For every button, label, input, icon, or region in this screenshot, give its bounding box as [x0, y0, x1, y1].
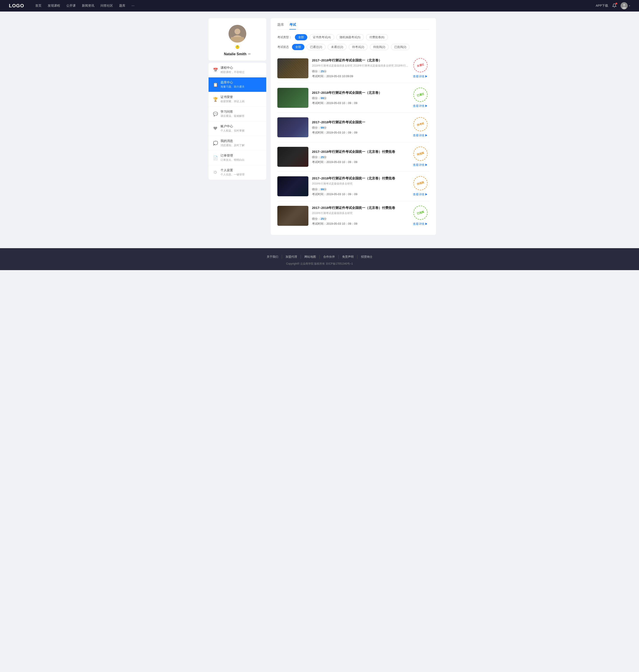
view-detail-3[interactable]: 查看详情 ▶: [413, 133, 428, 138]
panel-tabs: 题库 考试: [277, 22, 429, 30]
sidebar-item-course[interactable]: 📅 课程中心 精彩课程，不容错过: [208, 63, 266, 77]
arrow-right-icon: ▶: [425, 163, 428, 167]
exam-info-5: 2017–2018年行测证件考试全国统一（北京卷）付费批卷 2018年行测考试是…: [312, 176, 408, 196]
filter-status-reviewed[interactable]: 已批阅(2): [391, 44, 410, 50]
footer-link-partner[interactable]: 合作伙伴: [320, 255, 339, 259]
course-icon: 📅: [213, 68, 218, 73]
view-detail-5[interactable]: 查看详情 ▶: [413, 192, 428, 196]
app-download-button[interactable]: APP下载: [596, 4, 608, 8]
exam-stamp-2: 已通过: [412, 86, 429, 103]
score-unit-1: 分: [324, 70, 327, 73]
achievement-badge: 🏅: [235, 44, 240, 50]
settings-icon: ⚙: [213, 170, 218, 175]
nav-courses[interactable]: 发现课程: [48, 4, 60, 8]
exam-status-wrap-5: 待批阅 查看详情 ▶: [411, 176, 429, 196]
username-row: Natalie Smith ✏: [213, 52, 262, 56]
exam-time-4: 考试时间：2019-05-03 10：09：09: [312, 160, 408, 164]
time-label-3: 考试时间：: [312, 131, 326, 134]
exam-time-6: 考试时间：2019-05-03 10：09：09: [312, 222, 408, 226]
arrow-right-icon: ▶: [425, 222, 428, 226]
arrow-right-icon: ▶: [425, 133, 428, 138]
exam-score-2: 得分：99分: [312, 96, 408, 100]
time-label-6: 考试时间：: [312, 222, 326, 225]
score-label-6: 得分：: [312, 217, 321, 221]
score-label-4: 得分：: [312, 156, 321, 159]
filter-status-reviewing[interactable]: 待批阅(2): [370, 44, 389, 50]
user-avatar-menu[interactable]: ▾: [621, 2, 630, 9]
sidebar-item-question-bank[interactable]: 📋 题库中心 海量习题、助力通关: [208, 77, 266, 92]
sidebar-item-messages[interactable]: 💭 我的消息 消息通知、及时了解: [208, 136, 266, 150]
nav-open-course[interactable]: 公开课: [66, 4, 76, 8]
footer-links: 关于我们 加盟代理 网站地图 合作伙伴 免责声明 招贤纳士: [0, 255, 639, 259]
avatar-image: [621, 2, 628, 9]
view-detail-6[interactable]: 查看详情 ▶: [413, 222, 428, 226]
nav-home[interactable]: 首页: [35, 4, 42, 8]
score-value-2: 99: [321, 96, 324, 100]
sidebar-item-certificate[interactable]: 🏆 证书荣誉 收获荣耀、持证上岗: [208, 92, 266, 107]
sidebar-item-account[interactable]: ❤ 账户中心 个人权益、实时掌握: [208, 121, 266, 136]
score-unit-4: 分: [324, 156, 327, 159]
course-sub: 精彩课程，不容错过: [220, 70, 245, 74]
chevron-down-icon: ▾: [629, 4, 630, 7]
edit-profile-icon[interactable]: ✏: [248, 52, 251, 56]
filter-status-failed[interactable]: 未通过(2): [328, 44, 346, 50]
exam-title-6: 2017–2018年行测证件考试全国统一（北京卷）付费批卷: [312, 206, 408, 210]
sidebar-item-qa[interactable]: 💬 学习问答 课后重温、疑难解答: [208, 107, 266, 121]
filter-type-all[interactable]: 全部: [295, 34, 307, 41]
time-value-6: 2019-05-03 10：09：09: [326, 222, 357, 225]
nav-more-icon[interactable]: ···: [131, 4, 135, 8]
exam-score-4: 得分：25分: [312, 155, 408, 159]
exam-score-1: 得分：25分: [312, 69, 408, 74]
time-label-5: 考试时间：: [312, 192, 326, 196]
exam-info-4: 2017–2018年行测证件考试全国统一（北京卷）付费批卷 得分：25分 考试时…: [312, 150, 408, 164]
exam-time-5: 考试时间：2019-05-03 10：09：09: [312, 192, 408, 196]
svg-rect-6: [231, 37, 244, 43]
exam-status-wrap-2: 已通过 查看详情 ▶: [411, 87, 429, 108]
certificate-icon: 🏆: [213, 97, 218, 102]
view-detail-1[interactable]: 查看详情 ▶: [413, 75, 428, 79]
exam-title-1: 2017–2018年行测证件考试全国统一（北京卷）: [312, 58, 408, 63]
footer-link-jobs[interactable]: 招贤纳士: [357, 255, 376, 259]
course-texts: 课程中心 精彩课程，不容错过: [220, 66, 245, 74]
footer-link-agent[interactable]: 加盟代理: [282, 255, 301, 259]
filter-status-pending[interactable]: 待考试(2): [349, 44, 368, 50]
score-label-1: 得分：: [312, 70, 321, 73]
nav-news[interactable]: 新闻资讯: [82, 4, 94, 8]
nav-question-bank[interactable]: 题库: [119, 4, 125, 8]
filter-type-certificate[interactable]: 证书类考试(4): [310, 34, 334, 41]
exam-stamp-6: 已批阅: [412, 204, 429, 221]
exam-time-2: 考试时间：2019-05-03 10：09：09: [312, 101, 408, 105]
view-detail-4[interactable]: 查看详情 ▶: [413, 163, 428, 167]
notification-bell[interactable]: [612, 3, 617, 9]
certificate-texts: 证书荣誉 收获荣耀、持证上岗: [220, 95, 245, 103]
sidebar-item-orders[interactable]: 📄 订单管理 订单支出、明明白白: [208, 150, 266, 165]
exam-type-filter-row: 考试类型： 全部 证书类考试(4) 随机抽题考试(5) 付费批卷(6): [277, 34, 429, 41]
exam-status-wrap-6: 已批阅 查看详情 ▶: [411, 206, 429, 226]
medal-icon: 🏅: [235, 44, 240, 50]
nav-qa[interactable]: 问答社区: [100, 4, 113, 8]
logo[interactable]: LOGO: [9, 3, 24, 9]
exam-desc-6: 2018年行测考试是最值得多去研究: [312, 211, 408, 215]
time-value-1: 2019-05-03 10:09:09: [326, 75, 353, 78]
footer-link-about[interactable]: 关于我们: [263, 255, 282, 259]
question-bank-icon: 📋: [213, 82, 218, 87]
view-detail-2[interactable]: 查看详情 ▶: [413, 104, 428, 108]
tab-question-bank[interactable]: 题库: [277, 22, 284, 30]
question-bank-sub: 海量习题、助力通关: [220, 85, 245, 89]
sidebar-menu: 📅 课程中心 精彩课程，不容错过 📋 题库中心 海量习题、助力通关 🏆 证书荣誉…: [208, 63, 266, 180]
exam-desc-1: 2018年行测考试是最值得多去研究 2018年行测考试是最值得多去研究 2018…: [312, 64, 408, 68]
time-value-3: 2019-05-03 10：09：09: [326, 131, 357, 134]
footer-link-disclaimer[interactable]: 免责声明: [339, 255, 357, 259]
tab-exam[interactable]: 考试: [289, 22, 296, 30]
exam-title-3: 2017–2018年行测证件考试全国统一: [312, 120, 408, 124]
table-row: 2017–2018年行测证件考试全国统一（北京卷） 2018年行测考试是最值得多…: [277, 54, 429, 83]
filter-status-all[interactable]: 全部: [292, 44, 305, 50]
filter-status-passed[interactable]: 已通过(2): [307, 44, 326, 50]
sidebar-item-settings[interactable]: ⚙ 个人设置 个人信息、一键管理: [208, 165, 266, 180]
exam-thumbnail-6: [277, 206, 308, 226]
filter-type-random[interactable]: 随机抽题考试(5): [337, 34, 364, 41]
filter-type-paid[interactable]: 付费批卷(6): [366, 34, 388, 41]
footer-link-sitemap[interactable]: 网站地图: [301, 255, 320, 259]
score-label-2: 得分：: [312, 96, 321, 100]
arrow-right-icon: ▶: [425, 75, 428, 79]
